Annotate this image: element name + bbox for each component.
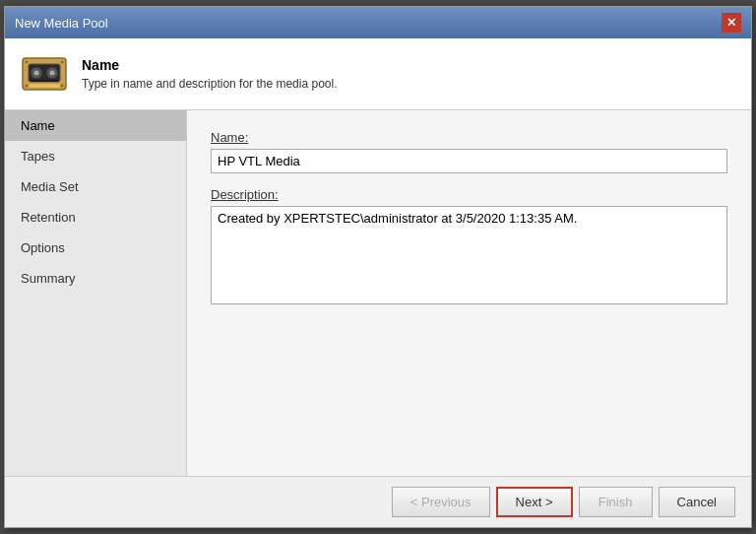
sidebar-item-media-set[interactable]: Media Set: [5, 171, 186, 202]
svg-point-8: [26, 61, 29, 64]
sidebar-item-tapes[interactable]: Tapes: [5, 141, 186, 171]
svg-point-9: [61, 61, 64, 64]
sidebar-item-summary[interactable]: Summary: [5, 263, 186, 294]
header-description: Type in name and description for the med…: [82, 77, 338, 91]
main-content: Name Tapes Media Set Retention Options S…: [5, 110, 751, 476]
close-button[interactable]: ✕: [722, 13, 741, 33]
content-area: Name: Description:: [187, 110, 751, 476]
sidebar-item-options[interactable]: Options: [5, 233, 186, 263]
dialog-title: New Media Pool: [15, 16, 108, 31]
svg-rect-7: [29, 84, 60, 88]
name-label: Name:: [211, 130, 727, 145]
svg-point-5: [50, 71, 55, 76]
finish-button[interactable]: Finish: [579, 487, 653, 517]
previous-button[interactable]: < Previous: [392, 487, 490, 517]
next-button[interactable]: Next >: [496, 487, 573, 517]
svg-point-11: [61, 85, 64, 88]
description-textarea[interactable]: [211, 206, 727, 304]
svg-point-3: [34, 71, 39, 76]
sidebar-item-name[interactable]: Name: [5, 110, 186, 141]
new-media-pool-dialog: New Media Pool ✕: [4, 6, 752, 528]
cancel-button[interactable]: Cancel: [659, 487, 735, 517]
title-bar: New Media Pool ✕: [5, 7, 751, 38]
description-label: Description:: [211, 187, 727, 202]
footer: < Previous Next > Finish Cancel: [5, 476, 751, 527]
sidebar-item-retention[interactable]: Retention: [5, 202, 186, 233]
svg-rect-6: [31, 80, 58, 82]
header-section: Name Type in name and description for th…: [5, 38, 751, 110]
header-text: Name Type in name and description for th…: [82, 57, 338, 91]
header-title: Name: [82, 57, 338, 73]
sidebar: Name Tapes Media Set Retention Options S…: [5, 110, 187, 476]
tape-icon: [21, 50, 68, 98]
svg-point-10: [26, 85, 29, 88]
name-input[interactable]: [211, 149, 727, 173]
